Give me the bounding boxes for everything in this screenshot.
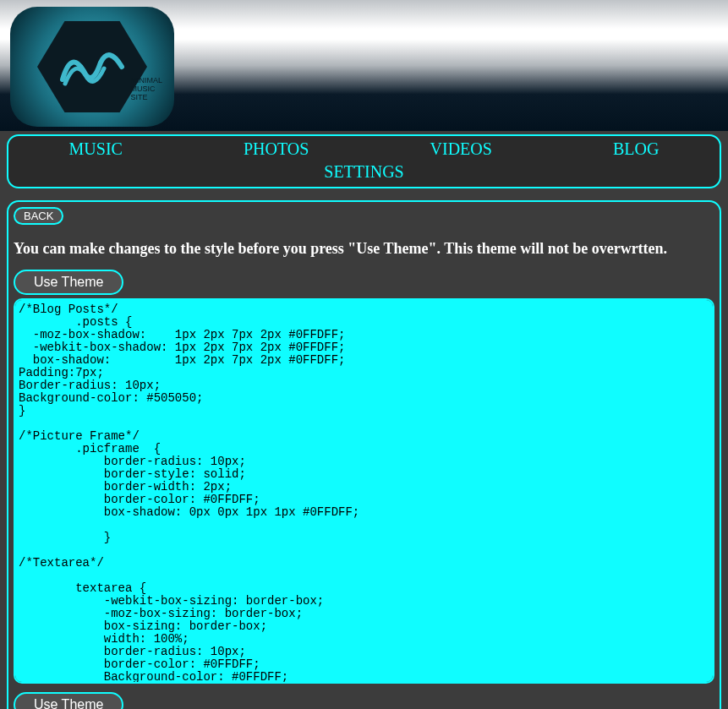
- use-theme-button-bottom[interactable]: Use Theme: [14, 692, 123, 709]
- instruction-text: You can make changes to the style before…: [14, 240, 714, 258]
- logo-text-line1: MINIMAL: [130, 76, 162, 85]
- nav-row-2: SETTINGS: [8, 161, 720, 183]
- nav-blog[interactable]: BLOG: [605, 138, 667, 161]
- main-panel: BACK You can make changes to the style b…: [7, 200, 721, 709]
- logo-hexagon: [37, 16, 147, 117]
- logo-text-line3: SITE: [130, 93, 162, 101]
- nav-music[interactable]: MUSIC: [61, 138, 131, 161]
- main-nav: MUSIC PHOTOS VIDEOS BLOG SETTINGS: [7, 134, 721, 188]
- logo-text-line2: MUSIC: [130, 85, 162, 93]
- nav-settings[interactable]: SETTINGS: [315, 161, 412, 183]
- back-button[interactable]: BACK: [14, 207, 63, 225]
- theme-editor-textarea[interactable]: [14, 298, 714, 684]
- use-theme-button-top[interactable]: Use Theme: [14, 270, 123, 295]
- nav-videos[interactable]: VIDEOS: [422, 138, 501, 161]
- logo-text: MINIMAL MUSIC SITE: [130, 76, 162, 101]
- header-gradient: MINIMAL MUSIC SITE: [0, 0, 728, 131]
- nav-row-1: MUSIC PHOTOS VIDEOS BLOG: [8, 138, 720, 161]
- site-logo[interactable]: MINIMAL MUSIC SITE: [10, 7, 174, 127]
- nav-photos[interactable]: PHOTOS: [235, 138, 317, 161]
- logo-wave-icon: [37, 16, 147, 117]
